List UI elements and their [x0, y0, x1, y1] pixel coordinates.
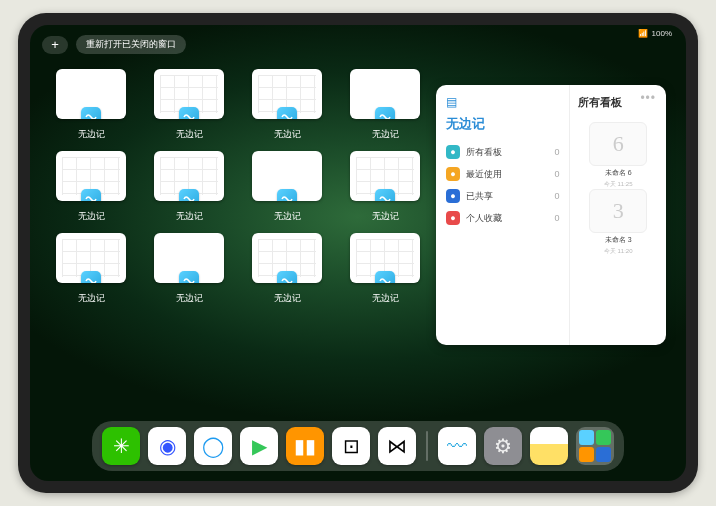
window-preview — [154, 151, 224, 201]
dock-separator — [426, 431, 428, 461]
dock: ✳◉◯▶▮▮⊡⋈〰⚙ — [92, 421, 624, 471]
freeform-icon — [277, 107, 297, 119]
window-label: 无边记 — [274, 128, 301, 141]
wechat-icon[interactable]: ✳ — [102, 427, 140, 465]
freeform-icon — [375, 271, 395, 283]
sidebar-item-label: 所有看板 — [466, 146, 502, 159]
freeform-icon[interactable]: 〰 — [438, 427, 476, 465]
window-thumbnail[interactable]: 无边记 — [154, 233, 224, 309]
window-label: 无边记 — [372, 292, 399, 305]
window-label: 无边记 — [176, 128, 203, 141]
reopen-closed-window-button[interactable]: 重新打开已关闭的窗口 — [76, 35, 186, 54]
window-preview — [56, 69, 126, 119]
window-label: 无边记 — [78, 210, 105, 223]
board-thumbnail: 3 — [589, 189, 647, 233]
window-thumbnail[interactable]: 无边记 — [252, 233, 322, 309]
freeform-icon — [81, 189, 101, 201]
freeform-icon — [81, 271, 101, 283]
window-preview — [154, 69, 224, 119]
screen: 📶 100% + 重新打开已关闭的窗口 无边记无边记无边记无边记无边记无边记无边… — [30, 25, 686, 481]
window-thumbnail[interactable]: 无边记 — [56, 233, 126, 309]
books-icon[interactable]: ▮▮ — [286, 427, 324, 465]
sidebar-item[interactable]: ●个人收藏0 — [446, 207, 559, 229]
top-bar: + 重新打开已关闭的窗口 — [42, 35, 186, 54]
window-preview — [350, 151, 420, 201]
window-preview — [252, 233, 322, 283]
panel-title: 无边记 — [446, 115, 559, 133]
board-label: 未命名 6 — [605, 168, 632, 178]
wifi-icon: 📶 — [638, 29, 648, 38]
quark-icon[interactable]: ◉ — [148, 427, 186, 465]
window-label: 无边记 — [78, 292, 105, 305]
app-library-icon[interactable] — [576, 427, 614, 465]
window-label: 无边记 — [372, 128, 399, 141]
window-thumbnail[interactable]: 无边记 — [56, 151, 126, 227]
sidebar-item-count: 0 — [554, 191, 559, 201]
sidebar-item-label: 已共享 — [466, 190, 493, 203]
sidebar-item[interactable]: ●最近使用0 — [446, 163, 559, 185]
sidebar-item-count: 0 — [554, 213, 559, 223]
freeform-panel: ▤ 无边记 ●所有看板0●最近使用0●已共享0●个人收藏0 ••• 所有看板 6… — [436, 85, 666, 345]
board-label: 未命名 3 — [605, 235, 632, 245]
board-thumbnail: 6 — [589, 122, 647, 166]
window-thumbnail[interactable]: 无边记 — [252, 151, 322, 227]
freeform-icon — [179, 271, 199, 283]
panel-sidebar: ▤ 无边记 ●所有看板0●最近使用0●已共享0●个人收藏0 — [436, 85, 569, 345]
category-icon: ● — [446, 211, 460, 225]
window-thumbnail[interactable]: 无边记 — [350, 69, 420, 145]
sidebar-item-label: 个人收藏 — [466, 212, 502, 225]
window-thumbnail[interactable]: 无边记 — [350, 233, 420, 309]
sidebar-item-label: 最近使用 — [466, 168, 502, 181]
category-icon: ● — [446, 145, 460, 159]
board-item[interactable]: 6未命名 6今天 11:25 — [578, 122, 658, 189]
sidebar-item-count: 0 — [554, 169, 559, 179]
window-preview — [56, 151, 126, 201]
window-label: 无边记 — [274, 292, 301, 305]
window-preview — [350, 69, 420, 119]
window-preview — [350, 233, 420, 283]
freeform-icon — [179, 189, 199, 201]
freeform-icon — [179, 107, 199, 119]
panel-content: ••• 所有看板 6未命名 6今天 11:253未命名 3今天 11:20 — [569, 85, 666, 345]
window-preview — [252, 69, 322, 119]
category-icon: ● — [446, 189, 460, 203]
window-label: 无边记 — [372, 210, 399, 223]
ipad-frame: 📶 100% + 重新打开已关闭的窗口 无边记无边记无边记无边记无边记无边记无边… — [18, 13, 698, 493]
window-thumbnail[interactable]: 无边记 — [252, 69, 322, 145]
window-preview — [252, 151, 322, 201]
notes-icon[interactable] — [530, 427, 568, 465]
freeform-icon — [277, 271, 297, 283]
freeform-icon — [277, 189, 297, 201]
window-thumbnail[interactable]: 无边记 — [154, 69, 224, 145]
board-time: 今天 11:25 — [604, 180, 633, 189]
status-bar: 📶 100% — [638, 29, 672, 38]
window-thumbnail[interactable]: 无边记 — [350, 151, 420, 227]
window-preview — [154, 233, 224, 283]
new-window-button[interactable]: + — [42, 36, 68, 54]
window-thumbnail[interactable]: 无边记 — [56, 69, 126, 145]
connect-icon[interactable]: ⋈ — [378, 427, 416, 465]
window-thumbnail[interactable]: 无边记 — [154, 151, 224, 227]
battery-label: 100% — [652, 29, 672, 38]
window-label: 无边记 — [176, 210, 203, 223]
play-icon[interactable]: ▶ — [240, 427, 278, 465]
window-preview — [56, 233, 126, 283]
freeform-icon — [375, 189, 395, 201]
sidebar-item[interactable]: ●所有看板0 — [446, 141, 559, 163]
more-icon[interactable]: ••• — [640, 91, 656, 105]
qqbrowser-icon[interactable]: ◯ — [194, 427, 232, 465]
board-item[interactable]: 3未命名 3今天 11:20 — [578, 189, 658, 256]
window-label: 无边记 — [274, 210, 301, 223]
freeform-icon — [375, 107, 395, 119]
sidebar-item[interactable]: ●已共享0 — [446, 185, 559, 207]
category-icon: ● — [446, 167, 460, 181]
dice-icon[interactable]: ⊡ — [332, 427, 370, 465]
settings-icon[interactable]: ⚙ — [484, 427, 522, 465]
board-time: 今天 11:20 — [604, 247, 633, 256]
window-label: 无边记 — [176, 292, 203, 305]
window-switcher-grid: 无边记无边记无边记无边记无边记无边记无边记无边记无边记无边记无边记无边记 — [56, 69, 426, 309]
sidebar-toggle-icon[interactable]: ▤ — [446, 95, 457, 109]
sidebar-item-count: 0 — [554, 147, 559, 157]
freeform-icon — [81, 107, 101, 119]
window-label: 无边记 — [78, 128, 105, 141]
